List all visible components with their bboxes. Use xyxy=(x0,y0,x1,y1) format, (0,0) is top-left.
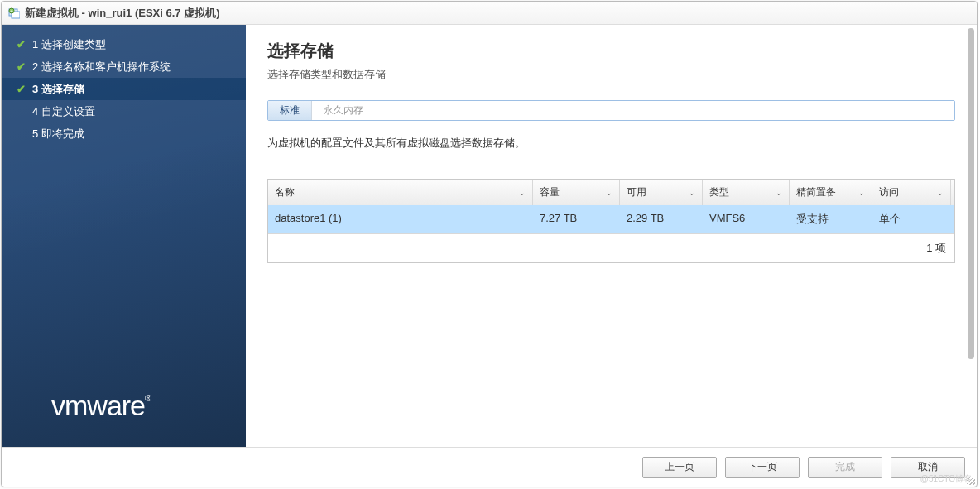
step-name-os[interactable]: ✔ 2 选择名称和客户机操作系统 xyxy=(2,55,246,78)
dialog-title: 新建虚拟机 - win_rui1 (ESXi 6.7 虚拟机) xyxy=(25,6,219,21)
svg-text:+: + xyxy=(10,8,13,13)
dialog-titlebar: + 新建虚拟机 - win_rui1 (ESXi 6.7 虚拟机) xyxy=(2,2,977,25)
cell-name: datastore1 (1) xyxy=(268,205,533,233)
step-create-type[interactable]: ✔ 1 选择创建类型 xyxy=(2,33,246,55)
chevron-down-icon: ⌄ xyxy=(858,189,865,197)
step-number: 3 xyxy=(32,83,38,95)
datastore-table: 名称⌄ 容量⌄ 可用⌄ 类型⌄ 精简置备⌄ 访问⌄ datastore1 (1)… xyxy=(267,179,955,263)
vm-icon: + xyxy=(8,7,20,19)
check-icon: ✔ xyxy=(17,38,26,50)
vmware-logo: vmware® xyxy=(2,390,246,430)
page-title: 选择存储 xyxy=(267,40,955,62)
table-header: 名称⌄ 容量⌄ 可用⌄ 类型⌄ 精简置备⌄ 访问⌄ xyxy=(268,180,954,205)
step-label: 自定义设置 xyxy=(41,104,95,119)
step-number: 1 xyxy=(32,38,38,50)
dialog-buttons: 上一页 下一页 完成 取消 xyxy=(2,447,977,487)
col-free[interactable]: 可用⌄ xyxy=(620,180,703,205)
chevron-down-icon: ⌄ xyxy=(776,189,782,197)
chevron-down-icon: ⌄ xyxy=(937,189,944,197)
finish-button: 完成 xyxy=(808,457,882,478)
cell-access: 单个 xyxy=(872,205,951,233)
description-text: 为虚拟机的配置文件及其所有虚拟磁盘选择数据存储。 xyxy=(267,136,955,151)
resize-grip-icon[interactable] xyxy=(967,477,975,485)
step-number: 2 xyxy=(32,60,38,73)
cell-capacity: 7.27 TB xyxy=(533,205,620,233)
storage-type-tabs: 标准 永久内存 xyxy=(267,100,955,121)
tab-pmem[interactable]: 永久内存 xyxy=(311,101,375,120)
logo-text: vmware xyxy=(51,390,145,421)
step-label: 选择存储 xyxy=(41,82,84,97)
col-access[interactable]: 访问⌄ xyxy=(872,180,951,205)
dialog-body: ✔ 1 选择创建类型 ✔ 2 选择名称和客户机操作系统 ✔ 3 选择存储 ✔ 4 xyxy=(2,25,977,447)
step-number: 4 xyxy=(32,105,38,117)
col-name[interactable]: 名称⌄ xyxy=(268,180,533,205)
table-row[interactable]: datastore1 (1) 7.27 TB 2.29 TB VMFS6 受支持… xyxy=(268,205,954,233)
watermark: @51CTO博客 xyxy=(920,473,972,485)
step-customize[interactable]: ✔ 4 自定义设置 xyxy=(2,100,246,122)
tab-standard[interactable]: 标准 xyxy=(268,101,311,120)
back-button[interactable]: 上一页 xyxy=(642,457,717,478)
step-storage[interactable]: ✔ 3 选择存储 xyxy=(2,78,246,100)
cell-free: 2.29 TB xyxy=(620,205,703,233)
step-label: 即将完成 xyxy=(41,127,84,141)
step-label: 选择创建类型 xyxy=(41,37,106,52)
page-subtitle: 选择存储类型和数据存储 xyxy=(267,67,955,82)
scrollbar[interactable] xyxy=(968,28,974,359)
cell-type: VMFS6 xyxy=(703,205,790,233)
cell-thin: 受支持 xyxy=(790,205,872,233)
table-footer: 1 项 xyxy=(268,233,954,262)
step-ready[interactable]: ✔ 5 即将完成 xyxy=(2,122,246,145)
col-type[interactable]: 类型⌄ xyxy=(703,180,790,205)
main-panel: 选择存储 选择存储类型和数据存储 标准 永久内存 为虚拟机的配置文件及其所有虚拟… xyxy=(246,25,977,447)
chevron-down-icon: ⌄ xyxy=(519,189,526,197)
check-icon: ✔ xyxy=(17,83,26,95)
next-button[interactable]: 下一页 xyxy=(725,457,800,478)
wizard-steps: ✔ 1 选择创建类型 ✔ 2 选择名称和客户机操作系统 ✔ 3 选择存储 ✔ 4 xyxy=(2,33,246,390)
step-label: 选择名称和客户机操作系统 xyxy=(41,60,171,74)
col-thin[interactable]: 精简置备⌄ xyxy=(790,180,872,205)
step-number: 5 xyxy=(32,127,38,140)
check-icon: ✔ xyxy=(17,60,26,73)
col-capacity[interactable]: 容量⌄ xyxy=(533,180,620,205)
wizard-sidebar: ✔ 1 选择创建类型 ✔ 2 选择名称和客户机操作系统 ✔ 3 选择存储 ✔ 4 xyxy=(2,25,246,447)
chevron-down-icon: ⌄ xyxy=(689,189,695,197)
registered-mark: ® xyxy=(145,393,151,403)
new-vm-dialog: + 新建虚拟机 - win_rui1 (ESXi 6.7 虚拟机) ✔ 1 选择… xyxy=(1,1,978,487)
chevron-down-icon: ⌄ xyxy=(606,189,612,197)
